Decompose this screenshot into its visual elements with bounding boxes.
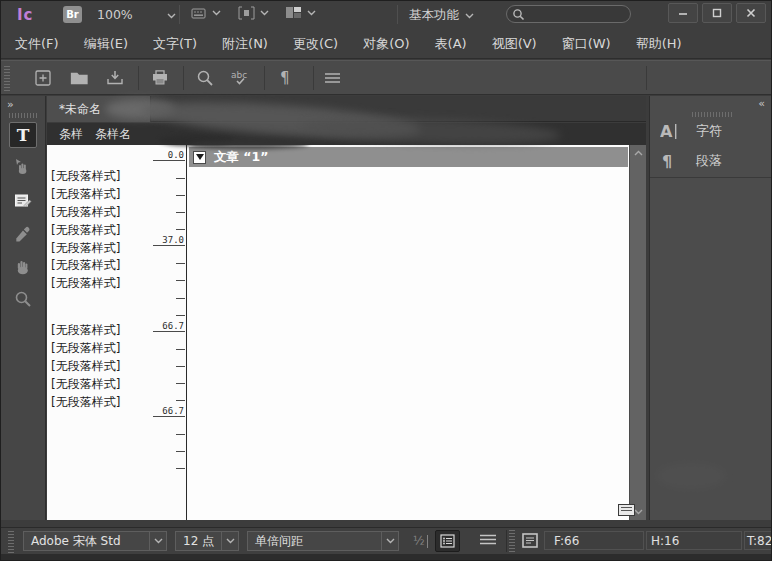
line-number-icon[interactable]: ½ xyxy=(413,534,428,548)
paragraph-style-label: [无段落样式] xyxy=(51,322,151,340)
copyfit-indicator-icon xyxy=(618,504,635,516)
leading-value: 单倍间距 xyxy=(248,533,381,550)
spellcheck-button[interactable]: abc xyxy=(226,64,256,92)
menu-notes[interactable]: 附注(N) xyxy=(222,35,268,53)
open-button[interactable] xyxy=(64,64,94,92)
search-input[interactable] xyxy=(525,7,623,21)
zoom-level-select[interactable]: 100% xyxy=(97,7,176,22)
print-button[interactable] xyxy=(145,64,175,92)
story-collapse-toggle[interactable] xyxy=(193,151,206,164)
bridge-button[interactable]: Br xyxy=(63,6,82,23)
ruler-major-tick: 0.0 xyxy=(153,151,185,161)
font-size-select[interactable]: 12 点 xyxy=(175,531,239,551)
view-tab-galley[interactable]: 条样 xyxy=(59,126,83,143)
view-options-button[interactable] xyxy=(191,6,221,20)
pilcrow-button[interactable]: ¶ xyxy=(271,64,301,92)
font-family-select[interactable]: Adobe 宋体 Std xyxy=(23,531,167,551)
stat-height: H:16 xyxy=(651,534,679,548)
note-tool[interactable] xyxy=(9,188,37,214)
search-icon xyxy=(512,8,525,21)
divider xyxy=(506,530,507,552)
ruler-minor-tick xyxy=(176,229,185,230)
panel-grip[interactable] xyxy=(692,112,732,117)
type-tool[interactable]: T xyxy=(9,122,37,148)
close-button[interactable] xyxy=(736,3,766,23)
workspace-switcher[interactable]: 基本功能 xyxy=(409,7,474,24)
character-label: 字符 xyxy=(696,122,722,140)
smudge-artifact xyxy=(189,140,309,149)
screen-mode-button[interactable] xyxy=(238,6,269,20)
story-editor[interactable]: 文章 “1” xyxy=(188,145,629,520)
paragraph-style-label: [无段落样式] xyxy=(51,376,151,394)
ruler-label: 0.0 xyxy=(168,150,184,160)
search-button[interactable] xyxy=(190,64,220,92)
maximize-button[interactable] xyxy=(702,3,732,23)
hand-tool[interactable] xyxy=(9,254,37,280)
vertical-scrollbar[interactable] xyxy=(629,145,646,520)
type-tool-glyph: T xyxy=(17,125,30,145)
ruler-label: 37.0 xyxy=(162,235,184,245)
menu-object[interactable]: 对象(O) xyxy=(363,35,409,53)
paragraph-label: 段落 xyxy=(696,152,722,170)
screen-mode-icon xyxy=(238,6,255,20)
smudge-artifact xyxy=(656,463,726,489)
menu-help[interactable]: 帮助(H) xyxy=(636,35,682,53)
menu-edit[interactable]: 编辑(E) xyxy=(84,35,128,53)
scroll-up-arrow[interactable] xyxy=(630,146,647,160)
new-document-button[interactable] xyxy=(28,64,58,92)
position-tool[interactable] xyxy=(9,154,37,180)
panel-grip[interactable] xyxy=(9,113,37,118)
triangle-down-icon xyxy=(196,154,204,160)
arrange-documents-button[interactable] xyxy=(285,6,316,19)
paragraph-style-label: [无段落样式] xyxy=(51,257,151,275)
toolbar: abc ¶ xyxy=(1,60,771,95)
menu-file[interactable]: 文件(F) xyxy=(15,35,59,53)
menu-icon[interactable] xyxy=(317,64,347,92)
panel-collapse-button[interactable]: « xyxy=(758,97,765,110)
menu-view[interactable]: 视图(V) xyxy=(492,35,537,53)
story-title: 文章 “1” xyxy=(214,149,268,166)
word-count-icon xyxy=(522,533,538,548)
copyfit-info-button[interactable] xyxy=(435,530,460,552)
workspace-label: 基本功能 xyxy=(409,7,459,24)
stat-total: T:82 xyxy=(747,534,772,548)
leading-select[interactable]: 单倍间距 xyxy=(247,531,399,551)
chevron-down-icon xyxy=(260,10,269,16)
ruler-minor-tick xyxy=(176,366,185,367)
ruler-minor-tick xyxy=(176,212,185,213)
paragraph-style-label: [无段落样式] xyxy=(51,394,151,412)
incopy-window: Ic Br 100% 基本功能 xyxy=(0,0,772,561)
statusbar-grip[interactable] xyxy=(8,529,14,553)
svg-text:¶: ¶ xyxy=(280,69,290,87)
panel-expand-button[interactable]: » xyxy=(7,98,13,111)
right-panel: « A 字符 ¶ 段落 xyxy=(649,96,772,520)
status-bar: Adobe 宋体 Std 12 点 单倍间距 ½ F:66 H:16 T:8 xyxy=(1,527,771,554)
divider xyxy=(138,66,139,90)
svg-text:abc: abc xyxy=(231,70,247,80)
paragraph-style-label: [无段落样式] xyxy=(51,275,151,293)
view-tab-story[interactable]: 条样名 xyxy=(95,126,131,143)
ruler-minor-tick xyxy=(176,315,185,316)
paragraph-panel-item[interactable]: ¶ 段落 xyxy=(660,152,722,170)
menu-window[interactable]: 窗口(W) xyxy=(562,35,611,53)
statusbar-grip[interactable] xyxy=(509,530,515,552)
menu-type[interactable]: 文字(T) xyxy=(153,35,197,53)
minimize-button[interactable] xyxy=(668,3,698,23)
character-panel-item[interactable]: A 字符 xyxy=(660,122,722,140)
ruler-minor-tick xyxy=(176,451,185,452)
toolbar-grip[interactable] xyxy=(4,65,10,91)
zoom-tool[interactable] xyxy=(9,286,37,312)
ruler-label: 66.7 xyxy=(162,406,184,416)
ruler-minor-tick xyxy=(176,383,185,384)
search-box[interactable] xyxy=(506,5,631,23)
paragraph-style-label: [无段落样式] xyxy=(51,204,151,222)
menu-changes[interactable]: 更改(C) xyxy=(293,35,338,53)
ruler-minor-tick xyxy=(176,280,185,281)
menu-table[interactable]: 表(A) xyxy=(435,35,467,53)
eyedropper-tool[interactable] xyxy=(9,222,37,248)
tools-panel: » T xyxy=(1,96,46,520)
save-button[interactable] xyxy=(100,64,130,92)
ruler-major-tick: 66.7 xyxy=(153,407,185,417)
chevron-down-icon xyxy=(307,10,316,16)
menu-icon[interactable] xyxy=(479,533,497,546)
